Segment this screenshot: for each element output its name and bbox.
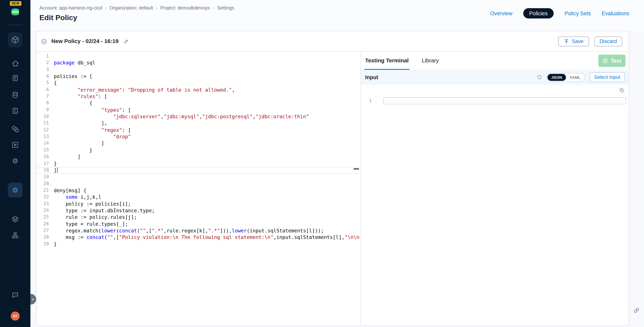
code-line-3[interactable]: 3 — [36, 66, 360, 73]
code-line-1[interactable]: 1 — [36, 53, 360, 60]
breadcrumb-separator: › — [156, 5, 158, 10]
sidebar-item-organization[interactable] — [8, 228, 22, 243]
code-line-12[interactable]: 12 "regex": [ — [36, 127, 360, 133]
sidebar-item-pipelines[interactable] — [8, 121, 22, 136]
code-line-22[interactable]: 22 some i,j,k,l — [36, 194, 360, 201]
tab-evaluations[interactable]: Evaluations — [602, 10, 629, 16]
code-line-24[interactable]: 24 type := input.dbInstance.type; — [36, 207, 360, 214]
code-line-13[interactable]: 13 "drop" — [36, 133, 360, 140]
code-line-20[interactable]: 20 — [36, 180, 360, 187]
format-option-yaml[interactable]: YAML — [566, 74, 584, 81]
code-line-7[interactable]: 7 "rules": [ — [36, 93, 360, 100]
code-line-10[interactable]: 10 "jdbc:sqlserver","jdbc:mysql","jdbc:p… — [36, 113, 360, 120]
sidebar-item-gear[interactable]: ⚙ — [8, 153, 22, 168]
save-button[interactable]: Save — [558, 36, 589, 46]
sidebar-item-executions[interactable] — [8, 137, 22, 152]
test-input-field[interactable] — [383, 97, 626, 104]
breadcrumb-settings[interactable]: Settings — [217, 5, 234, 10]
tab-policy-sets[interactable]: Policy Sets — [564, 10, 591, 16]
code-line-5[interactable]: 5{ — [36, 80, 360, 86]
discard-button[interactable]: Discard — [594, 36, 622, 46]
sidebar-item-records[interactable] — [8, 103, 22, 118]
line-number: 8 — [36, 100, 49, 106]
line-number: 19 — [36, 174, 49, 180]
code-line-25[interactable]: 25 rule := policy.rules[j]; — [36, 214, 360, 221]
sidebar-item-chat[interactable] — [8, 288, 22, 303]
test-button[interactable]: Test — [598, 54, 625, 67]
code-line-9[interactable]: 9 "types": [ — [36, 107, 360, 113]
sidebar-item-audit[interactable] — [8, 71, 22, 85]
code-line-23[interactable]: 23 policy := policies[i]; — [36, 201, 360, 207]
code-line-6[interactable]: 6 "error_message": "Dropping of table is… — [36, 86, 360, 93]
sidebar-item-home[interactable] — [8, 56, 22, 71]
resize-circles-icon[interactable] — [633, 307, 640, 316]
tab-policies[interactable]: Policies — [523, 8, 554, 18]
line-number: 13 — [36, 133, 49, 140]
test-input-editor: 1 — [361, 97, 629, 104]
code-line-14[interactable]: 14 ] — [36, 140, 360, 147]
text-cursor — [57, 167, 58, 173]
line-number: 20 — [36, 180, 49, 187]
code-line-8[interactable]: 8 { — [36, 100, 360, 106]
breadcrumb-account[interactable]: Account: app-harness-ng-cicd — [40, 5, 102, 10]
format-option-json[interactable]: JSON — [548, 74, 566, 81]
line-number: 24 — [36, 207, 49, 214]
executions-icon — [12, 141, 19, 149]
code-line-2[interactable]: 2package db_sql — [36, 60, 360, 66]
settings-gear-icon: ⚙ — [12, 187, 18, 194]
code-line-26[interactable]: 26 type = rule.types[_]; — [36, 221, 360, 227]
line-number: 3 — [36, 66, 49, 73]
line-number: 5 — [36, 80, 49, 86]
breadcrumb-project[interactable]: Project: demodbdevops — [160, 5, 210, 10]
line-number: 7 — [36, 93, 49, 100]
tab-testing-terminal[interactable]: Testing Terminal — [364, 52, 410, 70]
line-number: 10 — [36, 113, 49, 120]
format-toggle: JSON YAML — [547, 73, 585, 81]
edit-pencil-icon[interactable] — [124, 38, 129, 44]
line-number: 2 — [36, 60, 49, 66]
sidebar-item-layers[interactable] — [8, 212, 22, 226]
avatar[interactable]: AT — [10, 312, 20, 321]
copy-icon[interactable] — [620, 88, 625, 93]
pipelines-icon — [11, 125, 19, 133]
code-line-11[interactable]: 11 ], — [36, 120, 360, 127]
line-number: 17 — [36, 160, 49, 167]
tab-overview[interactable]: Overview — [490, 10, 512, 16]
line-number: 12 — [36, 127, 49, 133]
code-line-29[interactable]: 29} — [36, 241, 360, 248]
line-number: 4 — [36, 73, 49, 80]
code-line-19[interactable]: 19 — [36, 174, 360, 180]
code-line-15[interactable]: 15 } — [36, 147, 360, 154]
main-area: Account: app-harness-ng-cicd › Organizat… — [30, 0, 644, 327]
page-title: Edit Policy — [40, 13, 77, 22]
tab-library[interactable]: Library — [421, 52, 440, 70]
upload-save-icon — [564, 38, 569, 44]
sidebar-item-databases[interactable] — [8, 87, 22, 102]
code-line-21[interactable]: 21deny[msg] { — [36, 187, 360, 194]
sidebar: NEW — [0, 0, 30, 327]
input-line-number: 1 — [361, 98, 372, 103]
input-controls: JSON YAML Select Input — [537, 72, 624, 82]
code-line-16[interactable]: 16 ] — [36, 154, 360, 160]
line-number: 15 — [36, 147, 49, 154]
policy-editor-card: New Policy - 02/24 - 16:19 Save Discard — [36, 31, 629, 326]
input-section-header: Input JSON YAML Select Input — [361, 70, 629, 84]
code-line-17[interactable]: 17} — [36, 160, 360, 167]
shield-icon — [537, 74, 542, 80]
breadcrumb-separator: › — [105, 5, 106, 10]
line-number: 28 — [36, 234, 49, 241]
sidebar-item-settings[interactable]: ⚙ — [8, 183, 22, 197]
sidebar-item-modules[interactable] — [8, 32, 22, 47]
save-button-label: Save — [572, 38, 584, 44]
code-line-27[interactable]: 27 regex.match(lower(concat("",[".*",rul… — [36, 227, 360, 234]
code-line-28[interactable]: 28 msg := concat("",["Policy violation:\… — [36, 234, 360, 241]
code-line-4[interactable]: 4policies := [ — [36, 73, 360, 80]
policy-code-editor[interactable]: 12package db_sql34policies := [5{6 "erro… — [36, 52, 361, 326]
code-line-18[interactable]: 18] — [36, 167, 360, 174]
breadcrumb-organization[interactable]: Organization: default — [110, 5, 153, 10]
line-number: 6 — [36, 86, 49, 93]
database-icon — [12, 91, 19, 98]
code-lines: 12package db_sql34policies := [5{6 "erro… — [36, 53, 360, 248]
select-input-button[interactable]: Select Input — [590, 72, 624, 82]
chat-bubble-icon — [12, 292, 19, 299]
